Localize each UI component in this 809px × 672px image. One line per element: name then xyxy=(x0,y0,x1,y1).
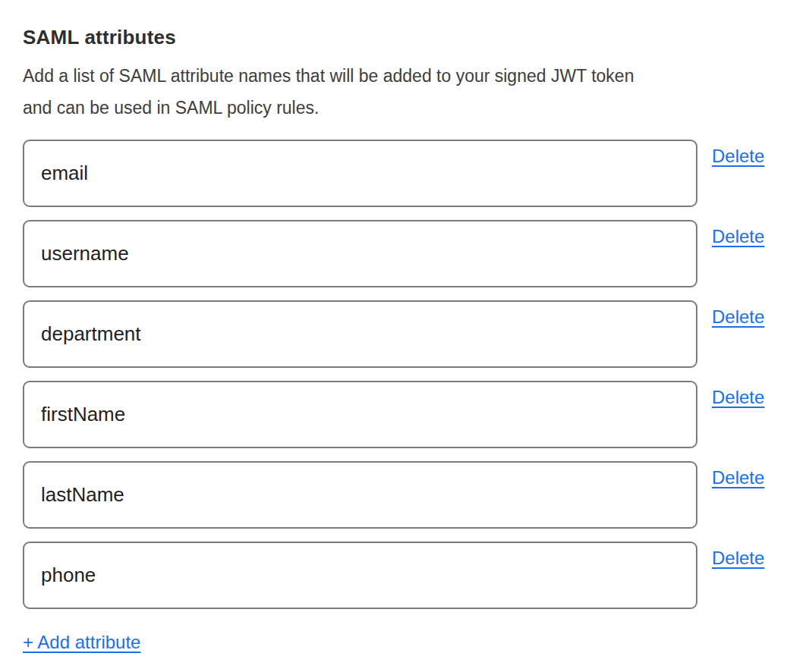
delete-link[interactable]: Delete xyxy=(712,306,764,328)
attribute-input[interactable] xyxy=(23,542,697,609)
attribute-input[interactable] xyxy=(23,461,697,529)
attribute-row: Delete xyxy=(23,300,786,368)
attribute-row: Delete xyxy=(23,542,786,609)
page-title: SAML attributes xyxy=(23,25,786,51)
delete-link[interactable]: Delete xyxy=(712,387,764,408)
attribute-row: Delete xyxy=(23,461,786,529)
delete-link[interactable]: Delete xyxy=(712,548,764,569)
delete-link[interactable]: Delete xyxy=(712,226,764,247)
attribute-row: Delete xyxy=(23,220,786,287)
section-description-line2: and can be used in SAML policy rules. xyxy=(23,98,319,118)
attribute-row: Delete xyxy=(23,140,786,207)
attribute-input[interactable] xyxy=(23,140,697,207)
saml-attributes-section: SAML attributes Add a list of SAML attri… xyxy=(0,0,809,672)
section-description-line1: Add a list of SAML attribute names that … xyxy=(23,66,634,86)
add-attribute-link[interactable]: + Add attribute xyxy=(23,632,140,654)
delete-link[interactable]: Delete xyxy=(712,467,764,488)
attribute-input[interactable] xyxy=(23,220,697,287)
section-description: Add a list of SAML attribute names that … xyxy=(23,60,786,124)
attribute-row: Delete xyxy=(23,381,786,448)
attribute-input[interactable] xyxy=(23,300,697,368)
delete-link[interactable]: Delete xyxy=(712,146,764,167)
attribute-input[interactable] xyxy=(23,381,697,448)
